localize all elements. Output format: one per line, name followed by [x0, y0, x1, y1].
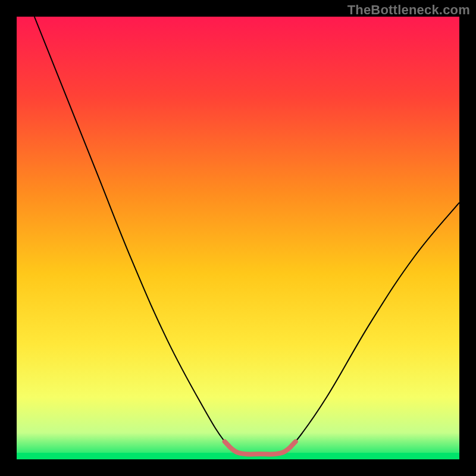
chart-frame: TheBottleneck.com: [0, 0, 476, 476]
plot-area: [17, 17, 459, 459]
gradient-background: [17, 17, 459, 459]
chart-svg: [17, 17, 459, 459]
attribution-label: TheBottleneck.com: [347, 2, 470, 18]
